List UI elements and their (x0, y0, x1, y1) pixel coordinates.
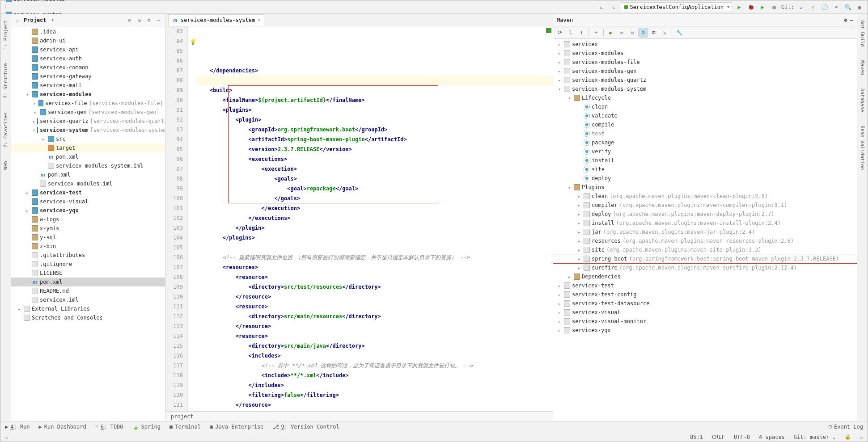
reimport-icon[interactable]: ⟳ (555, 28, 565, 38)
maven-tree-row[interactable]: install (553, 156, 857, 165)
tool-item[interactable]: ▣Java Enterprise (210, 424, 264, 430)
lock-icon[interactable]: 🔒 (845, 434, 851, 440)
tree-row[interactable]: .gitattributes (11, 251, 165, 260)
tree-row[interactable]: servicex-common (11, 63, 165, 72)
close-tab-icon[interactable]: × (257, 17, 260, 23)
maven-tree-row[interactable]: ▸servicex-test-datasource (553, 299, 857, 308)
strip-bean-validation[interactable]: Bean Validation (860, 123, 865, 173)
maven-tree-row[interactable]: site (553, 165, 857, 174)
maven-tree-row[interactable]: ▸Dependencies (553, 272, 857, 281)
maven-tree-row[interactable]: ▸servicex-test-config (553, 290, 857, 299)
maven-tree-row[interactable]: ▸servicex-test (553, 281, 857, 290)
maven-tree-row[interactable]: ▾servicex-modules-system (553, 84, 857, 93)
maven-tree-row[interactable]: ▸servicex-modules (553, 49, 857, 58)
maven-tree-row[interactable]: test (553, 129, 857, 138)
toggle-offline-icon[interactable]: ⇅ (627, 28, 637, 38)
tree-row[interactable]: mpom.xml (11, 170, 165, 179)
status-icon[interactable]: ▭ (5, 434, 8, 440)
line-ending[interactable]: CRLF (712, 434, 725, 440)
tree-row[interactable]: ▸servicex-file [servicex-modules-file] (11, 99, 165, 108)
tree-row[interactable]: Scratches and Consoles (11, 313, 165, 322)
tree-row[interactable]: ▸src (11, 135, 165, 143)
indent[interactable]: 4 spaces (759, 434, 785, 440)
gear-icon[interactable]: ⚙ (844, 17, 847, 23)
git-revert-icon[interactable]: ↶ (832, 3, 841, 12)
download-icon[interactable]: ⬇ (576, 28, 586, 38)
run-config-select[interactable]: ServicexTestConfigApplication (621, 2, 733, 12)
skip-tests-icon[interactable]: ⊘ (638, 28, 648, 38)
editor-tab[interactable]: m servicex-modules-system × (168, 14, 264, 26)
maven-tree-row[interactable]: ▸servicex-yqx (553, 326, 857, 335)
maven-tree-row[interactable]: ▸servicex (553, 40, 857, 49)
editor-breadcrumb[interactable]: project (165, 411, 553, 421)
tree-row[interactable]: LICENSE (11, 269, 165, 278)
maven-tree-row[interactable]: ▸jar (org.apache.maven.plugins:maven-jar… (553, 227, 857, 236)
strip-ant[interactable]: Ant Build (860, 17, 865, 50)
tree-row[interactable]: ▸servicex-gen [servicex-modules-gen] (11, 108, 165, 117)
tree-row[interactable]: ▸External Libraries (11, 304, 165, 313)
maven-tree-row[interactable]: ▸install (org.apache.maven.plugins:maven… (553, 219, 857, 227)
coverage-icon[interactable]: ▶ (758, 3, 767, 12)
ide-settings-icon[interactable]: ▣ (855, 3, 864, 12)
tree-row[interactable]: ▾servicex-system [servicex-modules-syste… (11, 126, 165, 135)
tree-row[interactable]: y-sql (11, 233, 165, 242)
tool-item[interactable]: 🍃Spring (132, 424, 161, 430)
tree-row[interactable]: servicex-modules-system.iml (11, 161, 165, 170)
editor-code[interactable]: </dependencies>💡 <build> <finalName>${pr… (188, 26, 553, 411)
tree-row[interactable]: servicex-gateway (11, 72, 165, 81)
maven-tree-row[interactable]: ▸clean (org.apache.maven.plugins:maven-c… (553, 192, 857, 201)
maven-tree-row[interactable]: ▸servicex-modules-file (553, 58, 857, 67)
maven-tree-row[interactable]: verify (553, 147, 857, 156)
maven-tree-row[interactable]: ▸deploy (org.apache.maven.plugins:maven-… (553, 210, 857, 219)
toggle-view-icon[interactable]: ▭ (597, 3, 606, 12)
run-maven-icon[interactable]: ▶ (606, 28, 616, 38)
collapse-all-icon[interactable]: ⇲ (660, 28, 669, 38)
git-branch[interactable]: Git: master ⌄ (794, 434, 836, 440)
maven-tree-row[interactable]: ▸spring-boot (org.springframework.boot:s… (553, 254, 857, 263)
mem-icon[interactable]: ▭ (860, 434, 863, 440)
encoding[interactable]: UTF-8 (734, 434, 750, 440)
generate-icon[interactable]: ⤵ (566, 28, 576, 38)
search-icon[interactable]: 🔍 (843, 3, 852, 12)
tree-row[interactable]: ▾servicex-modules (11, 90, 165, 99)
tree-row[interactable]: target (11, 143, 165, 152)
exec-icon[interactable]: ▭ (617, 28, 627, 38)
strip-structure[interactable]: 7: Structure (3, 60, 8, 101)
tree-row[interactable]: .idea (11, 27, 165, 36)
maven-tree-row[interactable]: compile (553, 120, 857, 129)
tree-row[interactable]: servicex-api (11, 45, 165, 54)
strip-favorites[interactable]: 2: Favorites (3, 109, 8, 150)
maven-tree-row[interactable]: package (553, 138, 857, 147)
maven-tree-row[interactable]: ▾Plugins (553, 183, 857, 192)
maven-tree-row[interactable]: deploy (553, 174, 857, 183)
locate-icon[interactable]: ⊕ (126, 17, 133, 24)
tree-row[interactable]: mpom.xml (11, 278, 165, 286)
tree-row[interactable]: servicex-visual (11, 197, 165, 206)
build-icon[interactable]: ↘ (609, 3, 618, 12)
maven-tree[interactable]: ▸servicex▸servicex-modules▸servicex-modu… (553, 39, 857, 421)
event-log[interactable]: ⊟Event Log (829, 424, 863, 430)
tree-row[interactable]: servicex-auth (11, 54, 165, 63)
tree-row[interactable]: mpom.xml (11, 152, 165, 161)
add-icon[interactable]: ＋ (591, 28, 601, 38)
tree-row[interactable]: x-ymls (11, 224, 165, 233)
breadcrumb-item[interactable]: servicex-modules (4, 0, 67, 3)
strip-web[interactable]: Web (3, 158, 8, 173)
maven-tree-row[interactable]: validate (553, 111, 857, 120)
collapse-icon[interactable]: ⇲ (135, 17, 143, 24)
tool-item[interactable]: ⎇9: Version Control (273, 424, 339, 430)
maven-settings-icon[interactable]: 🔧 (674, 28, 684, 38)
maven-tree-row[interactable]: ▾Lifecycle (553, 93, 857, 102)
debug-icon[interactable]: 🐞 (746, 3, 755, 12)
maven-tree-row[interactable]: ▸servicex-visual-monitor (553, 317, 857, 326)
stop-icon[interactable]: ■ (770, 3, 779, 12)
editor-body[interactable]: 8384858687888990919293949596979899100101… (165, 26, 553, 411)
tree-row[interactable]: README.md (11, 286, 165, 295)
tree-row[interactable]: ▸servicex-quartz [servicex-modules-quart… (11, 117, 165, 126)
maven-tree-row[interactable]: clean (553, 102, 857, 111)
tree-row[interactable]: w-logs (11, 215, 165, 224)
tool-item[interactable]: ▶4: Run (5, 424, 30, 430)
tree-row[interactable]: ▸servicex-test (11, 188, 165, 197)
run-icon[interactable]: ▶ (735, 3, 744, 12)
gear-icon[interactable]: ⚙ (145, 17, 152, 24)
